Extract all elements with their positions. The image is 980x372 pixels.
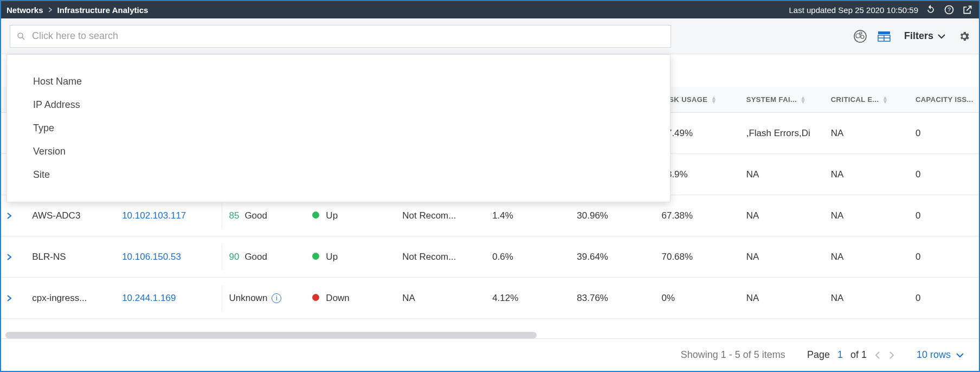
- toolbar-right: Filters: [853, 29, 970, 43]
- svg-point-6: [861, 35, 864, 39]
- cell-cap: 0: [910, 252, 979, 262]
- cell-disk: 0%: [656, 293, 740, 304]
- last-updated-text: Last updated Sep 25 2020 10:50:59: [789, 5, 918, 15]
- cell-cap: 0: [910, 293, 979, 304]
- filters-button[interactable]: Filters: [904, 30, 945, 42]
- view-mode-switch: [853, 29, 891, 43]
- score-value: 90: [229, 252, 239, 262]
- status-dot-icon: [312, 211, 319, 219]
- pagination: Page 1 of 1: [807, 349, 895, 361]
- search-input[interactable]: [10, 25, 671, 48]
- cell-host: cpx-ingress...: [27, 293, 117, 304]
- cell-crit: NA: [826, 128, 910, 139]
- cell-sys: ,Flash Errors,Di: [741, 128, 826, 139]
- page-current[interactable]: 1: [837, 349, 843, 361]
- cell-ip-link[interactable]: 10.102.103.117: [117, 210, 217, 221]
- refresh-icon[interactable]: [925, 4, 937, 16]
- expand-row-icon[interactable]: [7, 294, 21, 302]
- cell-sys: NA: [741, 169, 826, 180]
- cell-cpu: 1.4%: [487, 210, 571, 221]
- table-row: BLR-NS 10.106.150.53 90 Good Up Not Reco…: [1, 236, 979, 278]
- search-suggestions-dropdown: Host Name IP Address Type Version Site: [7, 54, 670, 202]
- col-system-failure[interactable]: SYSTEM FAI... ▲▼: [741, 95, 826, 104]
- cell-sys: NA: [741, 293, 826, 304]
- cell-ha: Not Recom...: [397, 252, 487, 262]
- svg-point-7: [860, 32, 862, 34]
- horizontal-scrollbar[interactable]: [5, 332, 537, 338]
- next-page-icon[interactable]: [888, 351, 895, 360]
- sort-icon: ▲▼: [882, 96, 888, 104]
- cell-cpu: 4.12%: [487, 293, 571, 304]
- state-label: Up: [326, 210, 338, 221]
- score-value: 85: [229, 210, 239, 221]
- cell-ip-link[interactable]: 10.244.1.169: [117, 293, 217, 304]
- chevron-right-icon: [48, 7, 53, 12]
- svg-rect-8: [878, 31, 890, 34]
- search-suggestion-item[interactable]: Type: [7, 117, 670, 140]
- cell-cap: 0: [910, 169, 979, 180]
- cell-cap: 0: [910, 128, 979, 139]
- state-label: Up: [326, 252, 338, 262]
- cell-host: BLR-NS: [27, 252, 117, 262]
- cell-ip-link[interactable]: 10.106.150.53: [117, 252, 217, 262]
- chevron-down-icon: [938, 34, 945, 39]
- col-capacity-issues[interactable]: CAPACITY ISS...: [910, 95, 979, 104]
- table-view-icon[interactable]: [877, 29, 891, 43]
- svg-line-3: [22, 37, 24, 40]
- breadcrumb: Networks Infrastructure Analytics: [7, 5, 148, 15]
- search-icon: [16, 31, 26, 41]
- status-dot-icon: [312, 253, 319, 260]
- col-label: CAPACITY ISS...: [915, 95, 973, 104]
- cell-mem: 83.76%: [571, 293, 656, 304]
- sort-icon: ▲▼: [711, 96, 717, 104]
- scrollbar-thumb[interactable]: [5, 332, 537, 338]
- page-total: of 1: [850, 349, 867, 361]
- col-label: SYSTEM FAI...: [746, 95, 797, 104]
- svg-point-2: [18, 33, 23, 38]
- col-label: CRITICAL E...: [831, 95, 879, 104]
- status-dot-icon: [312, 294, 319, 301]
- prev-page-icon[interactable]: [874, 351, 881, 360]
- cell-ha: Not Recom...: [397, 210, 487, 221]
- search-suggestion-item[interactable]: IP Address: [7, 93, 670, 117]
- svg-point-5: [856, 34, 860, 38]
- toolbar: Filters: [1, 18, 979, 54]
- grid-footer: Showing 1 - 5 of 5 items Page 1 of 1 10 …: [1, 338, 979, 371]
- breadcrumb-item[interactable]: Networks: [7, 5, 43, 15]
- cell-mem: 39.64%: [571, 252, 656, 262]
- rows-label: 10 rows: [917, 349, 951, 361]
- settings-icon[interactable]: [958, 30, 970, 42]
- showing-text: Showing 1 - 5 of 5 items: [681, 349, 785, 361]
- external-link-icon[interactable]: [962, 4, 973, 16]
- cell-crit: NA: [826, 293, 910, 304]
- search-suggestion-item[interactable]: Site: [7, 163, 670, 187]
- cell-host: AWS-ADC3: [27, 210, 117, 221]
- expand-row-icon[interactable]: [7, 212, 21, 220]
- cell-cap: 0: [910, 210, 979, 221]
- cell-crit: NA: [826, 210, 910, 221]
- cell-crit: NA: [826, 252, 910, 262]
- sort-icon: ▲▼: [800, 96, 806, 104]
- cell-disk: 70.68%: [656, 252, 740, 262]
- help-icon[interactable]: ?: [943, 4, 955, 16]
- cell-crit: NA: [826, 169, 910, 180]
- topbar-actions: Last updated Sep 25 2020 10:50:59 ?: [789, 4, 973, 16]
- state-label: Down: [326, 293, 349, 303]
- circle-packing-view-icon[interactable]: [853, 29, 867, 43]
- cell-sys: NA: [741, 210, 826, 221]
- table-row: cpx-ingress... 10.244.1.169 Unknown i Do…: [1, 278, 979, 319]
- search-suggestion-item[interactable]: Version: [7, 140, 670, 163]
- score-label: Unknown: [229, 293, 267, 304]
- breadcrumb-item[interactable]: Infrastructure Analytics: [57, 5, 149, 15]
- top-header: Networks Infrastructure Analytics Last u…: [1, 1, 979, 18]
- score-label: Good: [244, 252, 267, 262]
- rows-per-page-select[interactable]: 10 rows: [917, 349, 964, 361]
- filters-label: Filters: [904, 30, 933, 42]
- search-suggestion-item[interactable]: Host Name: [7, 70, 670, 93]
- score-label: Good: [244, 210, 267, 221]
- cell-cpu: 0.6%: [487, 252, 571, 262]
- col-critical-events[interactable]: CRITICAL E... ▲▼: [826, 95, 910, 104]
- expand-row-icon[interactable]: [7, 253, 21, 261]
- page-label: Page: [807, 349, 830, 361]
- info-icon[interactable]: i: [272, 293, 281, 303]
